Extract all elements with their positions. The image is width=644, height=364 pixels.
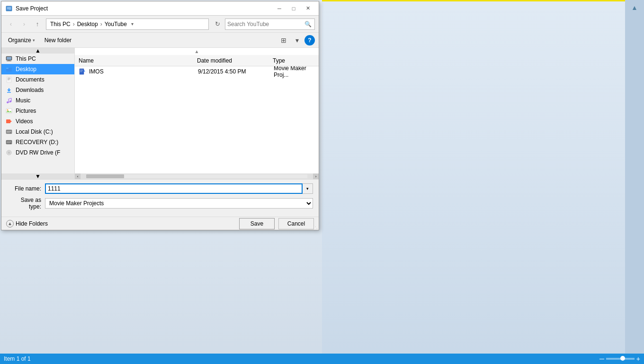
sidebar-item-videos[interactable]: Videos — [1, 116, 74, 127]
col-name[interactable]: Name — [79, 57, 197, 64]
back-button[interactable]: ‹ — [5, 18, 17, 30]
svg-marker-38 — [84, 70, 85, 72]
sidebar-item-local-disk[interactable]: Local Disk (C:) — [1, 127, 74, 137]
hide-folders-button[interactable]: ▲ Hide Folders — [6, 220, 48, 228]
filename-label: File name: — [7, 185, 45, 192]
svg-rect-39 — [80, 70, 83, 70]
savetype-select[interactable]: Movie Maker Projects — [45, 198, 313, 209]
svg-point-17 — [7, 101, 9, 103]
refresh-button[interactable]: ↻ — [212, 18, 223, 30]
sidebar-scroll-down[interactable]: ▼ — [1, 173, 74, 179]
forward-button[interactable]: › — [18, 18, 30, 30]
dialog-title: Save Project — [16, 5, 272, 12]
zoom-controls: ─ + — [599, 355, 640, 363]
save-button[interactable]: Save — [239, 218, 275, 229]
pictures-label: Pictures — [16, 108, 36, 114]
savetype-label: Save as type: — [7, 197, 45, 210]
sidebar-item-music[interactable]: Music — [1, 95, 74, 106]
local-disk-label: Local Disk (C:) — [16, 128, 53, 135]
svg-rect-8 — [6, 68, 9, 69]
col-date[interactable]: Date modified — [197, 57, 273, 64]
view-toggle-button[interactable]: ⊞ — [278, 35, 289, 46]
music-label: Music — [16, 97, 30, 104]
sidebar-item-pictures[interactable]: Pictures — [1, 106, 74, 116]
savetype-input-wrapper: Movie Maker Projects — [45, 198, 313, 209]
sidebar-arrow-up[interactable]: ▲ — [631, 4, 638, 11]
search-button[interactable]: 🔍 — [303, 19, 313, 29]
pictures-icon — [5, 107, 13, 115]
scroll-right-button[interactable]: › — [313, 173, 319, 179]
breadcrumb-youtube[interactable]: YouTube — [104, 21, 128, 27]
file-icon — [79, 67, 87, 76]
horizontal-scrollbar[interactable]: ‹ › — [75, 173, 319, 179]
file-list: IMOS 9/12/2015 4:50 PM Movie Maker Proj.… — [75, 66, 319, 173]
dvd-label: DVD RW Drive (F — [16, 149, 60, 156]
savetype-row: Save as type: Movie Maker Projects — [7, 197, 313, 210]
svg-rect-5 — [8, 60, 10, 61]
col-type[interactable]: Type — [273, 57, 315, 64]
breadcrumb-this-pc[interactable]: This PC — [49, 21, 72, 27]
new-folder-button[interactable]: New folder — [42, 35, 74, 46]
scroll-up-indicator[interactable]: ▲ — [75, 48, 319, 55]
svg-rect-23 — [6, 109, 12, 113]
svg-rect-16 — [7, 92, 11, 93]
main-content: ▲ This PC — [1, 48, 319, 179]
table-row[interactable]: IMOS 9/12/2015 4:50 PM Movie Maker Proj.… — [75, 66, 319, 77]
status-bar: Item 1 of 1 ─ + — [0, 354, 644, 364]
sidebar-item-this-pc[interactable]: This PC — [1, 54, 74, 64]
filename-dropdown[interactable]: ▾ — [303, 183, 313, 194]
sidebar: ▲ This PC — [1, 48, 75, 179]
zoom-slider-thumb — [620, 356, 625, 361]
up-button[interactable]: ↑ — [32, 18, 43, 30]
filename-input[interactable] — [45, 183, 303, 194]
svg-rect-10 — [8, 78, 10, 78]
sidebar-item-downloads[interactable]: Downloads — [1, 85, 74, 95]
sidebar-item-dvd[interactable]: DVD RW Drive (F — [1, 147, 74, 158]
this-pc-icon — [5, 55, 13, 63]
downloads-label: Downloads — [16, 87, 44, 93]
minimize-button[interactable]: ─ — [272, 4, 286, 13]
close-button[interactable]: ✕ — [301, 4, 315, 13]
maximize-button[interactable]: □ — [286, 4, 301, 13]
breadcrumb-sep-1: › — [73, 21, 75, 27]
zoom-in-button[interactable]: + — [636, 355, 640, 363]
save-project-dialog: Save Project ─ □ ✕ ‹ › ↑ This PC › Deskt… — [1, 1, 319, 230]
organize-button[interactable]: Organize ▾ — [5, 35, 38, 46]
right-sidebar: ▲ — [625, 0, 644, 364]
sidebar-scroll-up[interactable]: ▲ — [1, 48, 74, 54]
svg-rect-11 — [8, 79, 10, 79]
sidebar-item-recovery[interactable]: RECOVERY (D:) — [1, 137, 74, 147]
cancel-button[interactable]: Cancel — [278, 218, 314, 229]
title-bar: Save Project ─ □ ✕ — [1, 1, 319, 16]
hide-folders-icon: ▲ — [6, 220, 14, 228]
status-text: Item 1 of 1 — [4, 355, 599, 362]
svg-marker-15 — [8, 90, 10, 91]
view-dropdown-button[interactable]: ▾ — [291, 35, 303, 46]
scroll-left-button[interactable]: ‹ — [75, 173, 80, 179]
recovery-label: RECOVERY (D:) — [16, 139, 58, 146]
file-area: ▲ Name Date modified Type — [75, 48, 319, 179]
search-input[interactable] — [227, 21, 303, 27]
dvd-icon — [5, 149, 13, 156]
file-type: Movie Maker Proj... — [274, 66, 315, 78]
resize-handle[interactable]: ⋱ — [313, 224, 318, 229]
zoom-out-button[interactable]: ─ — [599, 355, 604, 363]
videos-label: Videos — [16, 118, 33, 125]
search-box: 🔍 — [225, 18, 315, 30]
zoom-slider[interactable] — [606, 358, 635, 360]
svg-rect-1 — [7, 7, 11, 9]
svg-point-33 — [10, 143, 11, 144]
breadcrumb-dropdown[interactable]: ▾ — [129, 18, 136, 30]
dialog-footer: ▲ Hide Folders Save Cancel — [1, 217, 319, 230]
help-button[interactable]: ? — [304, 35, 315, 46]
sidebar-item-desktop[interactable]: Desktop — [1, 64, 74, 74]
breadcrumb-desktop[interactable]: Desktop — [76, 21, 99, 27]
downloads-icon — [5, 86, 13, 94]
window-controls: ─ □ ✕ — [272, 4, 315, 13]
hide-folders-label: Hide Folders — [16, 220, 48, 227]
sidebar-item-documents[interactable]: Documents — [1, 74, 74, 85]
svg-line-22 — [9, 98, 11, 99]
filename-row: File name: ▾ — [7, 183, 313, 194]
filename-input-wrapper: ▾ — [45, 183, 313, 194]
organize-dropdown-arrow: ▾ — [33, 38, 35, 43]
